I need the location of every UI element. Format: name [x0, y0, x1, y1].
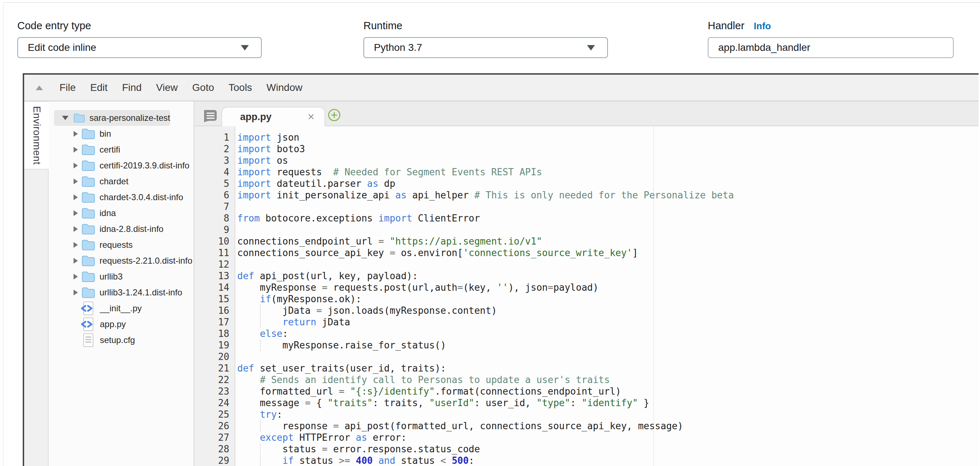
tab-label: app.py	[240, 111, 272, 122]
tree-item-label: urllib3-1.24.1.dist-info	[100, 288, 182, 297]
code-line: import json	[236, 132, 978, 143]
tab-list-icon[interactable]	[201, 109, 217, 123]
tree-item-label: app.py	[100, 319, 126, 329]
chevron-collapsed-icon[interactable]	[73, 289, 78, 296]
tree-row-chardet-3-0-4-dist-info[interactable]: chardet-3.0.4.dist-info	[49, 189, 194, 205]
tree-item-label: idna	[100, 208, 116, 218]
tree-row-chardet[interactable]: chardet	[49, 173, 194, 189]
tree-item-label: chardet-3.0.4.dist-info	[100, 192, 183, 202]
handler-field: Handler Info	[708, 20, 954, 58]
code-line: from botocore.exceptions import ClientEr…	[236, 212, 978, 224]
code-line: myResponse = requests.post(url,auth=(key…	[236, 282, 978, 293]
code-line	[236, 259, 978, 270]
tree-row-idna[interactable]: idna	[49, 205, 194, 221]
tree-item-label: setup.cfg	[100, 335, 135, 345]
chevron-expanded-icon[interactable]	[62, 116, 68, 120]
tree-item-label: certifi	[100, 145, 120, 155]
code-line: else:	[236, 328, 978, 339]
tree-row-urllib3[interactable]: urllib3	[49, 269, 194, 285]
folder-icon	[81, 144, 95, 156]
indent-guide	[260, 305, 261, 328]
code-line: status = error.response.status_code	[236, 443, 978, 455]
indent-guide	[260, 443, 261, 466]
line-number: 24	[195, 397, 234, 409]
folder-icon	[81, 223, 95, 235]
file-tree: sara-personalize-testbincertificertifi-2…	[49, 101, 194, 466]
folder-icon	[81, 287, 95, 298]
tree-row-requests[interactable]: requests	[49, 237, 194, 253]
chevron-collapsed-icon[interactable]	[73, 258, 78, 264]
runtime-select[interactable]: Python 3.7	[363, 37, 608, 58]
handler-info-link[interactable]: Info	[754, 21, 771, 32]
line-number: 3	[195, 155, 234, 166]
line-number: 7	[195, 201, 234, 212]
code-line: import dateutil.parser as dp	[236, 178, 978, 189]
tree-row-setup-cfg[interactable]: setup.cfg	[49, 332, 194, 348]
folder-icon	[73, 112, 85, 124]
runtime-value: Python 3.7	[374, 42, 422, 53]
chevron-collapsed-icon[interactable]	[73, 131, 78, 137]
lambda-code-editor-page: Code entry type Edit code inline Runtime…	[0, 0, 980, 466]
menu-file[interactable]: File	[59, 82, 76, 94]
chevron-collapsed-icon[interactable]	[73, 226, 78, 232]
menu-window[interactable]: Window	[266, 82, 302, 94]
tree-item-label: requests	[100, 240, 133, 250]
chevron-down-icon	[241, 45, 249, 51]
chevron-collapsed-icon[interactable]	[73, 242, 78, 248]
code-line: import os	[236, 155, 978, 166]
tree-item-label: __init__.py	[100, 303, 142, 313]
line-number: 19	[195, 339, 234, 351]
code-content[interactable]: import jsonimport boto3import osimport r…	[236, 126, 978, 466]
tab-app-py[interactable]: app.py ×	[221, 107, 325, 126]
tree-row-requests-2-21-0-dist-info[interactable]: requests-2.21.0.dist-info	[49, 253, 194, 269]
code-entry-type-value: Edit code inline	[28, 42, 96, 53]
folder-icon	[81, 207, 95, 219]
folder-icon	[81, 191, 95, 203]
handler-label: Handler	[708, 20, 745, 32]
line-number: 9	[195, 224, 234, 235]
code-line: message = { "traits": traits, "userId": …	[236, 397, 978, 409]
chevron-collapsed-icon[interactable]	[73, 178, 78, 184]
folder-icon	[81, 176, 95, 187]
chevron-collapsed-icon[interactable]	[73, 147, 78, 153]
code-line	[236, 351, 978, 363]
chevron-collapsed-icon[interactable]	[73, 194, 78, 200]
environment-tab[interactable]: Environment	[24, 102, 49, 170]
menu-items: FileEditFindViewGotoToolsWindow	[59, 82, 302, 94]
tree-row-bin[interactable]: bin	[49, 126, 194, 142]
page-left-divider	[3, 2, 3, 466]
menu-tools[interactable]: Tools	[229, 82, 252, 94]
environment-tab-label: Environment	[31, 106, 43, 165]
tree-row-urllib3-1-24-1-dist-info[interactable]: urllib3-1.24.1.dist-info	[49, 285, 194, 301]
collapse-panel-icon[interactable]	[36, 86, 43, 90]
menu-goto[interactable]: Goto	[192, 82, 214, 94]
tree-row-sara-personalize-test[interactable]: sara-personalize-test	[54, 110, 170, 126]
menu-find[interactable]: Find	[122, 82, 142, 94]
tree-row-app-py[interactable]: app.py	[49, 316, 194, 332]
tree-row-init-py[interactable]: __init__.py	[49, 301, 194, 316]
line-number: 25	[195, 409, 234, 420]
close-icon[interactable]: ×	[307, 111, 314, 122]
code-entry-type-select[interactable]: Edit code inline	[17, 37, 262, 58]
code-editor[interactable]: 1234567891011121314151617181920212223242…	[195, 126, 978, 466]
line-number: 21	[195, 363, 234, 374]
menu-edit[interactable]: Edit	[90, 82, 107, 94]
code-line	[236, 224, 978, 235]
code-line: if status >= 400 and status < 500:	[236, 455, 978, 466]
menu-view[interactable]: View	[156, 82, 178, 94]
tree-row-certifi[interactable]: certifi	[49, 142, 194, 157]
chevron-collapsed-icon[interactable]	[73, 274, 78, 280]
handler-input[interactable]	[708, 37, 954, 58]
tree-item-label: chardet	[100, 177, 128, 186]
chevron-collapsed-icon[interactable]	[73, 163, 78, 169]
code-line: return jData	[236, 316, 978, 328]
tree-row-idna-2-8-dist-info[interactable]: idna-2.8.dist-info	[49, 221, 194, 237]
chevron-collapsed-icon[interactable]	[73, 210, 78, 216]
code-line: import requests # Needed for Segment Eve…	[236, 166, 978, 178]
tree-item-label: urllib3	[100, 272, 123, 282]
tree-item-label: bin	[100, 129, 111, 139]
line-number: 5	[195, 178, 234, 189]
runtime-field: Runtime Python 3.7	[363, 20, 608, 58]
tree-row-certifi-2019-3-9-dist-info[interactable]: certifi-2019.3.9.dist-info	[49, 157, 194, 173]
plus-circle-icon[interactable]	[328, 108, 341, 122]
